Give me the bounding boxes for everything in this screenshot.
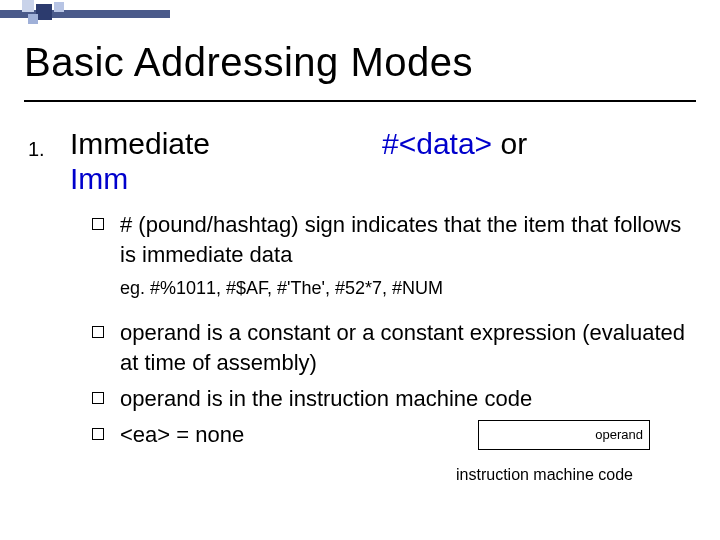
- bullet-item: operand is a constant or a constant expr…: [92, 318, 692, 378]
- bullet-text: <ea> = none: [120, 422, 244, 447]
- deco-square: [36, 4, 52, 20]
- example-line: eg. #%1011, #$AF, #'The', #52*7, #NUM: [120, 276, 692, 300]
- operand-caption: instruction machine code: [456, 466, 633, 484]
- mode-name: Immediate: [70, 127, 210, 160]
- slide-corner-decoration: [0, 0, 170, 30]
- bullet-marker-icon: [92, 326, 104, 338]
- syntax-hash: #: [382, 127, 399, 160]
- title-underline: [24, 100, 696, 102]
- deco-square: [28, 14, 38, 24]
- syntax-data: data: [416, 127, 474, 160]
- operand-label: operand: [595, 427, 643, 442]
- mode-syntax: #<data> or: [382, 126, 527, 162]
- mode-abbr: Imm: [70, 162, 128, 196]
- bullet-text: operand is a constant or a constant expr…: [120, 320, 685, 375]
- syntax-or: or: [492, 127, 527, 160]
- bullet-text: # (pound/hashtag) sign indicates that th…: [120, 212, 681, 267]
- syntax-lt: <: [399, 127, 417, 160]
- bullet-marker-icon: [92, 392, 104, 404]
- syntax-gt: >: [475, 127, 493, 160]
- bullet-item: operand is in the instruction machine co…: [92, 384, 692, 414]
- bullet-text: operand is in the instruction machine co…: [120, 386, 532, 411]
- list-number: 1.: [28, 138, 45, 161]
- mode-heading: Immediate #<data> or: [70, 126, 690, 162]
- bullet-marker-icon: [92, 218, 104, 230]
- bullet-marker-icon: [92, 428, 104, 440]
- deco-square: [22, 0, 34, 12]
- operand-box: operand: [478, 420, 650, 450]
- bullet-item: # (pound/hashtag) sign indicates that th…: [92, 210, 692, 270]
- slide-title: Basic Addressing Modes: [24, 40, 473, 85]
- deco-square: [54, 2, 64, 12]
